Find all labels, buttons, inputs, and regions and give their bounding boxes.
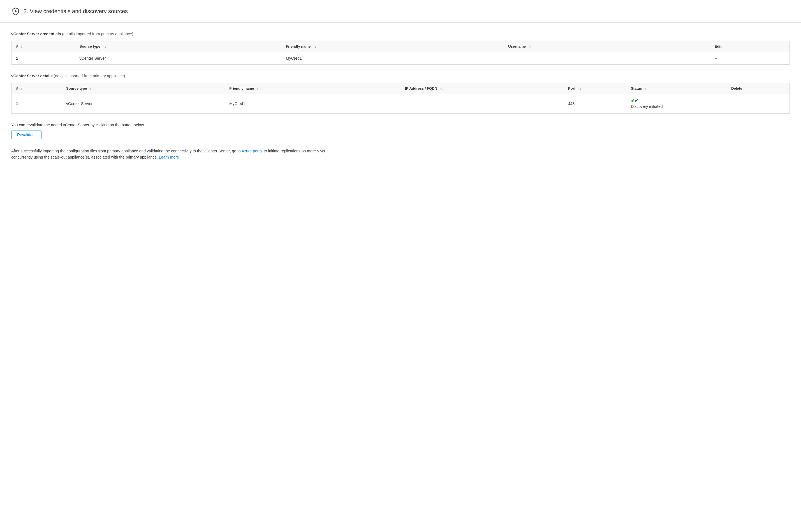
details-section: vCenter Server details (details imported…: [11, 74, 790, 114]
status-check-icon: ✔✔: [631, 98, 722, 103]
status-text: Discovery initiated: [631, 104, 722, 110]
learn-more-link[interactable]: Learn more: [159, 155, 179, 159]
footer-text-before-azure: After successfully importing the configu…: [11, 149, 242, 153]
cred-row-1-number: 1: [12, 52, 75, 65]
sort-icon-friendly-name-det[interactable]: ↑↓: [257, 87, 260, 90]
table-row: 1 vCenter Server MyCred1 443 ✔✔ Discover…: [12, 94, 789, 113]
sort-icon-hash-cred[interactable]: ↑↓: [21, 45, 24, 48]
cred-row-1-source-type: vCenter Server: [75, 52, 281, 65]
details-col-status[interactable]: Status ↑↓: [627, 83, 727, 94]
details-col-delete: Delete: [727, 83, 789, 94]
credentials-col-edit: Edit: [710, 41, 789, 52]
det-row-1-delete: --: [727, 94, 789, 113]
content-area: vCenter Server credentials (details impo…: [0, 23, 801, 171]
credentials-table: # ↑↓ Source type ↑↓ Friendly name ↑↓ U: [12, 41, 789, 64]
footer-info: After successfully importing the configu…: [11, 148, 336, 160]
credentials-col-friendly-name[interactable]: Friendly name ↑↓: [281, 41, 504, 52]
page-title: 3. View credentials and discovery source…: [23, 8, 128, 15]
details-section-title: vCenter Server details (details imported…: [11, 74, 790, 78]
credentials-col-username[interactable]: Username ↑↓: [504, 41, 710, 52]
details-table-wrapper: # ↑↓ Source type ↑↓ Friendly name ↑↓ I: [11, 83, 790, 114]
cred-row-1-friendly-name: MyCred1: [281, 52, 504, 65]
revalidate-button[interactable]: Revalidate: [11, 131, 41, 139]
det-row-1-ip-fqdn: [400, 94, 564, 113]
details-table-header-row: # ↑↓ Source type ↑↓ Friendly name ↑↓ I: [12, 83, 789, 94]
page-footer: [0, 183, 801, 183]
credentials-section-title: vCenter Server credentials (details impo…: [11, 32, 790, 36]
credentials-table-header-row: # ↑↓ Source type ↑↓ Friendly name ↑↓ U: [12, 41, 789, 52]
sort-icon-ip-fqdn-det[interactable]: ↑↓: [440, 87, 443, 90]
details-col-hash[interactable]: # ↑↓: [12, 83, 62, 94]
table-row: 1 vCenter Server MyCred1 --: [12, 52, 789, 65]
credentials-col-source-type[interactable]: Source type ↑↓: [75, 41, 281, 52]
details-col-port[interactable]: Port ↑↓: [564, 83, 627, 94]
sort-icon-source-type-cred[interactable]: ↑↓: [103, 45, 106, 48]
det-row-1-number: 1: [12, 94, 62, 113]
det-row-1-status: ✔✔ Discovery initiated: [627, 94, 727, 113]
det-row-1-source-type: vCenter Server: [62, 94, 225, 113]
sort-icon-username-cred[interactable]: ↑↓: [528, 45, 532, 48]
cred-row-1-edit: --: [710, 52, 789, 65]
revalidate-section: You can revalidate the added vCenter Ser…: [11, 123, 790, 139]
details-col-friendly-name[interactable]: Friendly name ↑↓: [225, 83, 400, 94]
credentials-table-wrapper: # ↑↓ Source type ↑↓ Friendly name ↑↓ U: [11, 41, 790, 65]
sort-icon-status-det[interactable]: ↑↓: [645, 87, 648, 90]
details-col-ip-fqdn[interactable]: IP Address / FQDN ↑↓: [400, 83, 564, 94]
det-row-1-port: 443: [564, 94, 627, 113]
sort-icon-hash-det[interactable]: ↑↓: [21, 87, 24, 90]
credentials-col-hash[interactable]: # ↑↓: [12, 41, 75, 52]
page-header: 3. View credentials and discovery source…: [0, 0, 801, 23]
details-table: # ↑↓ Source type ↑↓ Friendly name ↑↓ I: [12, 83, 789, 113]
sort-icon-friendly-name-cred[interactable]: ↑↓: [313, 45, 316, 48]
sort-icon-port-det[interactable]: ↑↓: [578, 87, 581, 90]
azure-portal-link[interactable]: Azure portal: [242, 149, 263, 153]
cred-row-1-username: [504, 52, 710, 65]
det-row-1-friendly-name: MyCred1: [225, 94, 400, 113]
details-col-source-type[interactable]: Source type ↑↓: [62, 83, 225, 94]
credentials-section: vCenter Server credentials (details impo…: [11, 32, 790, 65]
revalidate-info-text: You can revalidate the added vCenter Ser…: [11, 123, 790, 127]
svg-point-0: [15, 11, 17, 12]
sort-icon-source-type-det[interactable]: ↑↓: [90, 87, 93, 90]
shield-icon: [11, 7, 20, 16]
